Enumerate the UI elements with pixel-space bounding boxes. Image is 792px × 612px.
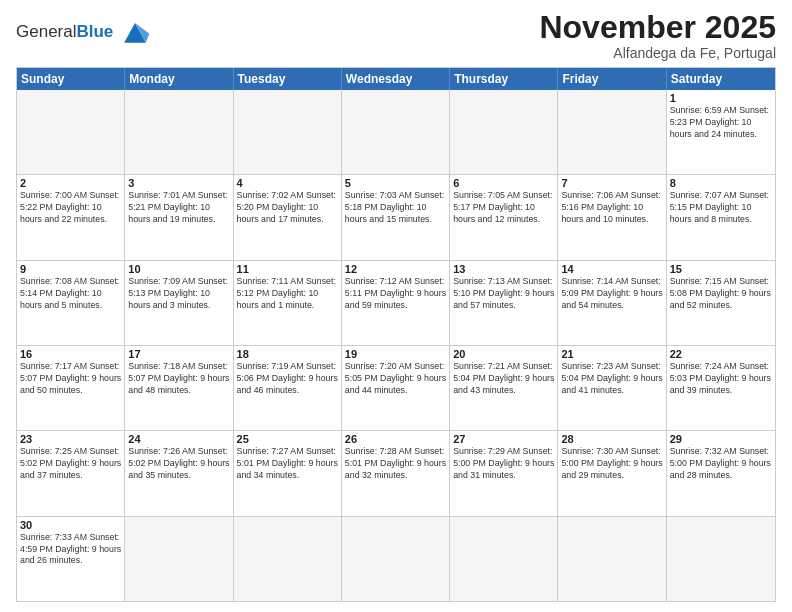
day-info: Sunrise: 7:19 AM Sunset: 5:06 PM Dayligh…: [237, 361, 338, 397]
calendar-row-5: 30Sunrise: 7:33 AM Sunset: 4:59 PM Dayli…: [17, 516, 775, 601]
day-number: 15: [670, 263, 772, 275]
day-info: Sunrise: 7:28 AM Sunset: 5:01 PM Dayligh…: [345, 446, 446, 482]
day-number: 2: [20, 177, 121, 189]
day-cell-17: 17Sunrise: 7:18 AM Sunset: 5:07 PM Dayli…: [125, 346, 233, 430]
day-number: 12: [345, 263, 446, 275]
day-info: Sunrise: 7:11 AM Sunset: 5:12 PM Dayligh…: [237, 276, 338, 312]
calendar-header-row: SundayMondayTuesdayWednesdayThursdayFrid…: [17, 68, 775, 90]
day-info: Sunrise: 7:06 AM Sunset: 5:16 PM Dayligh…: [561, 190, 662, 226]
day-info: Sunrise: 7:03 AM Sunset: 5:18 PM Dayligh…: [345, 190, 446, 226]
day-cell-25: 25Sunrise: 7:27 AM Sunset: 5:01 PM Dayli…: [234, 431, 342, 515]
day-cell-23: 23Sunrise: 7:25 AM Sunset: 5:02 PM Dayli…: [17, 431, 125, 515]
day-cell-16: 16Sunrise: 7:17 AM Sunset: 5:07 PM Dayli…: [17, 346, 125, 430]
day-cell-30: 30Sunrise: 7:33 AM Sunset: 4:59 PM Dayli…: [17, 517, 125, 601]
day-cell-24: 24Sunrise: 7:26 AM Sunset: 5:02 PM Dayli…: [125, 431, 233, 515]
day-number: 3: [128, 177, 229, 189]
day-number: 14: [561, 263, 662, 275]
day-info: Sunrise: 7:01 AM Sunset: 5:21 PM Dayligh…: [128, 190, 229, 226]
day-number: 6: [453, 177, 554, 189]
day-info: Sunrise: 7:32 AM Sunset: 5:00 PM Dayligh…: [670, 446, 772, 482]
day-cell-1: 1Sunrise: 6:59 AM Sunset: 5:23 PM Daylig…: [667, 90, 775, 174]
day-number: 26: [345, 433, 446, 445]
day-cell-29: 29Sunrise: 7:32 AM Sunset: 5:00 PM Dayli…: [667, 431, 775, 515]
day-cell-empty-5-5: [558, 517, 666, 601]
day-info: Sunrise: 7:07 AM Sunset: 5:15 PM Dayligh…: [670, 190, 772, 226]
day-cell-22: 22Sunrise: 7:24 AM Sunset: 5:03 PM Dayli…: [667, 346, 775, 430]
cal-header-tuesday: Tuesday: [234, 68, 342, 90]
calendar-row-3: 16Sunrise: 7:17 AM Sunset: 5:07 PM Dayli…: [17, 345, 775, 430]
day-cell-empty-5-2: [234, 517, 342, 601]
day-info: Sunrise: 6:59 AM Sunset: 5:23 PM Dayligh…: [670, 105, 772, 141]
day-cell-9: 9Sunrise: 7:08 AM Sunset: 5:14 PM Daylig…: [17, 261, 125, 345]
day-info: Sunrise: 7:24 AM Sunset: 5:03 PM Dayligh…: [670, 361, 772, 397]
day-cell-5: 5Sunrise: 7:03 AM Sunset: 5:18 PM Daylig…: [342, 175, 450, 259]
day-info: Sunrise: 7:25 AM Sunset: 5:02 PM Dayligh…: [20, 446, 121, 482]
day-cell-empty-5-6: [667, 517, 775, 601]
day-cell-empty-0-4: [450, 90, 558, 174]
day-number: 30: [20, 519, 121, 531]
calendar-row-0: 1Sunrise: 6:59 AM Sunset: 5:23 PM Daylig…: [17, 90, 775, 174]
day-number: 18: [237, 348, 338, 360]
day-cell-empty-5-3: [342, 517, 450, 601]
day-number: 8: [670, 177, 772, 189]
day-info: Sunrise: 7:33 AM Sunset: 4:59 PM Dayligh…: [20, 532, 121, 568]
day-cell-21: 21Sunrise: 7:23 AM Sunset: 5:04 PM Dayli…: [558, 346, 666, 430]
month-title: November 2025: [539, 10, 776, 45]
day-info: Sunrise: 7:30 AM Sunset: 5:00 PM Dayligh…: [561, 446, 662, 482]
day-number: 25: [237, 433, 338, 445]
logo: GeneralBlue: [16, 14, 153, 50]
day-info: Sunrise: 7:00 AM Sunset: 5:22 PM Dayligh…: [20, 190, 121, 226]
day-number: 5: [345, 177, 446, 189]
day-number: 9: [20, 263, 121, 275]
day-cell-12: 12Sunrise: 7:12 AM Sunset: 5:11 PM Dayli…: [342, 261, 450, 345]
day-number: 17: [128, 348, 229, 360]
day-cell-empty-0-0: [17, 90, 125, 174]
day-info: Sunrise: 7:17 AM Sunset: 5:07 PM Dayligh…: [20, 361, 121, 397]
day-cell-28: 28Sunrise: 7:30 AM Sunset: 5:00 PM Dayli…: [558, 431, 666, 515]
day-info: Sunrise: 7:12 AM Sunset: 5:11 PM Dayligh…: [345, 276, 446, 312]
page: GeneralBlue November 2025 Alfandega da F…: [0, 0, 792, 612]
calendar: SundayMondayTuesdayWednesdayThursdayFrid…: [16, 67, 776, 602]
day-cell-15: 15Sunrise: 7:15 AM Sunset: 5:08 PM Dayli…: [667, 261, 775, 345]
day-info: Sunrise: 7:05 AM Sunset: 5:17 PM Dayligh…: [453, 190, 554, 226]
day-cell-14: 14Sunrise: 7:14 AM Sunset: 5:09 PM Dayli…: [558, 261, 666, 345]
header: GeneralBlue November 2025 Alfandega da F…: [16, 10, 776, 61]
day-cell-empty-0-1: [125, 90, 233, 174]
cal-header-monday: Monday: [125, 68, 233, 90]
day-number: 20: [453, 348, 554, 360]
day-info: Sunrise: 7:29 AM Sunset: 5:00 PM Dayligh…: [453, 446, 554, 482]
day-cell-4: 4Sunrise: 7:02 AM Sunset: 5:20 PM Daylig…: [234, 175, 342, 259]
day-info: Sunrise: 7:23 AM Sunset: 5:04 PM Dayligh…: [561, 361, 662, 397]
day-cell-27: 27Sunrise: 7:29 AM Sunset: 5:00 PM Dayli…: [450, 431, 558, 515]
day-info: Sunrise: 7:15 AM Sunset: 5:08 PM Dayligh…: [670, 276, 772, 312]
day-cell-19: 19Sunrise: 7:20 AM Sunset: 5:05 PM Dayli…: [342, 346, 450, 430]
day-info: Sunrise: 7:26 AM Sunset: 5:02 PM Dayligh…: [128, 446, 229, 482]
header-right: November 2025 Alfandega da Fe, Portugal: [539, 10, 776, 61]
day-number: 19: [345, 348, 446, 360]
day-cell-empty-0-3: [342, 90, 450, 174]
day-cell-empty-0-5: [558, 90, 666, 174]
calendar-row-4: 23Sunrise: 7:25 AM Sunset: 5:02 PM Dayli…: [17, 430, 775, 515]
day-info: Sunrise: 7:14 AM Sunset: 5:09 PM Dayligh…: [561, 276, 662, 312]
cal-header-saturday: Saturday: [667, 68, 775, 90]
day-cell-20: 20Sunrise: 7:21 AM Sunset: 5:04 PM Dayli…: [450, 346, 558, 430]
day-number: 16: [20, 348, 121, 360]
day-cell-10: 10Sunrise: 7:09 AM Sunset: 5:13 PM Dayli…: [125, 261, 233, 345]
cal-header-sunday: Sunday: [17, 68, 125, 90]
cal-header-thursday: Thursday: [450, 68, 558, 90]
day-number: 22: [670, 348, 772, 360]
day-number: 4: [237, 177, 338, 189]
generalblue-logo-icon: [117, 14, 153, 50]
location: Alfandega da Fe, Portugal: [539, 45, 776, 61]
calendar-row-2: 9Sunrise: 7:08 AM Sunset: 5:14 PM Daylig…: [17, 260, 775, 345]
day-cell-11: 11Sunrise: 7:11 AM Sunset: 5:12 PM Dayli…: [234, 261, 342, 345]
day-number: 24: [128, 433, 229, 445]
day-cell-empty-5-1: [125, 517, 233, 601]
cal-header-wednesday: Wednesday: [342, 68, 450, 90]
day-cell-7: 7Sunrise: 7:06 AM Sunset: 5:16 PM Daylig…: [558, 175, 666, 259]
day-number: 21: [561, 348, 662, 360]
day-number: 10: [128, 263, 229, 275]
day-cell-empty-0-2: [234, 90, 342, 174]
day-number: 1: [670, 92, 772, 104]
cal-header-friday: Friday: [558, 68, 666, 90]
